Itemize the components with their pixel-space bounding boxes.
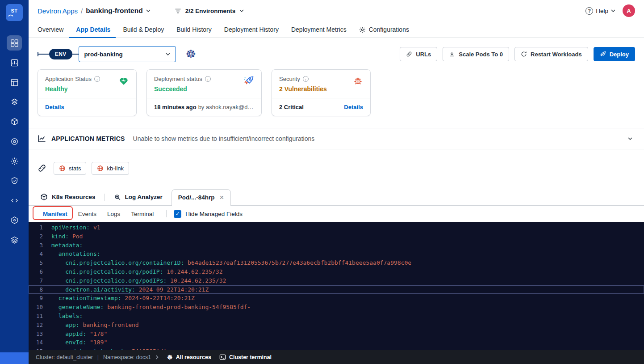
manifest-viewer[interactable]: 1apiVersion: v12kind: Pod3metadata:4 ann…	[29, 222, 644, 350]
sidebar-item-global-config[interactable]	[7, 153, 22, 169]
tab-manifest[interactable]: Manifest	[38, 206, 73, 222]
tab-k8s-resources-label: K8s Resources	[52, 194, 96, 200]
target-icon	[10, 137, 19, 146]
line-content: cni.projectcalico.org/podIPs: 10.244.62.…	[51, 276, 226, 285]
sidebar-bottom-tile[interactable]	[0, 352, 29, 364]
info-icon[interactable]: i	[303, 76, 309, 82]
cluster-name: Cluster: default_cluster	[36, 354, 93, 360]
user-avatar[interactable]: A	[623, 4, 635, 17]
info-icon[interactable]: i	[205, 76, 211, 82]
tab-terminal[interactable]: Terminal	[125, 206, 159, 222]
cluster-status-bar: Cluster: default_cluster | Namespace: do…	[29, 350, 644, 364]
manifest-line-14[interactable]: 14 envId: "189"	[29, 338, 644, 347]
restart-workloads-button-label: Restart Workloads	[531, 51, 582, 58]
globe-icon	[59, 165, 66, 172]
tab-k8s-resources[interactable]: K8s Resources	[38, 189, 98, 205]
manifest-line-4[interactable]: 4 annotations:	[29, 250, 644, 258]
manifest-line-1[interactable]: 1apiVersion: v1	[29, 223, 644, 232]
devtron-logo[interactable]: ST	[6, 4, 23, 21]
tab-app-details[interactable]: App Details	[70, 21, 117, 38]
line-number: 7	[29, 276, 43, 285]
tab-deployment-history[interactable]: Deployment History	[218, 21, 285, 38]
manifest-line-6[interactable]: 6 cni.projectcalico.org/podIP: 10.244.62…	[29, 267, 644, 276]
arrow-down-to-line-icon	[449, 51, 455, 57]
security-card: Security i 2 Vulnerabilities 2 Critical …	[272, 69, 371, 116]
line-number: 13	[29, 330, 43, 339]
sidebar-item-resource-browser[interactable]	[7, 94, 22, 110]
security-details-link[interactable]: Details	[344, 104, 363, 110]
tab-pod-84hrp[interactable]: Pod/...-84hrp ×	[171, 189, 231, 206]
sidebar-item-security[interactable]	[7, 173, 22, 188]
link-chip-kb-link[interactable]: kb-link	[92, 162, 129, 175]
sidebar-item-stack-manager[interactable]	[7, 232, 22, 247]
breadcrumb-root-link[interactable]: Devtron Apps	[38, 7, 78, 15]
environments-selector[interactable]: 2/2 Environments	[175, 8, 244, 14]
tab-overview[interactable]: Overview	[38, 21, 70, 38]
manifest-line-9[interactable]: 9 creationTimestamp: 2024-09-22T14:20:21…	[29, 294, 644, 303]
manifest-line-3[interactable]: 3metadata:	[29, 241, 644, 250]
urls-button[interactable]: URLs	[400, 47, 437, 61]
tab-log-analyzer[interactable]: Log Analyzer	[111, 189, 165, 205]
stacked-boxes-icon	[10, 98, 19, 106]
manifest-line-2[interactable]: 2kind: Pod	[29, 232, 644, 241]
tab-configurations[interactable]: Configurations	[353, 21, 415, 38]
line-number: 14	[29, 338, 43, 347]
deploy-button[interactable]: Deploy	[594, 47, 635, 61]
metrics-expand-chevron-icon[interactable]	[628, 137, 632, 140]
help-menu[interactable]: ? Help	[585, 7, 615, 15]
tab-logs[interactable]: Logs	[102, 206, 125, 222]
manifest-line-13[interactable]: 13 appId: "178"	[29, 330, 644, 339]
line-content: envId: "189"	[51, 338, 107, 347]
restart-workloads-button[interactable]: Restart Workloads	[514, 47, 588, 61]
hide-managed-fields-checkbox[interactable]: ✓	[174, 210, 181, 218]
avatar-initial: A	[627, 8, 631, 14]
sidebar-item-charts[interactable]	[7, 55, 22, 70]
sidebar-item-bulk-edit[interactable]	[7, 134, 22, 149]
devtron-app: ST	[0, 0, 644, 364]
filter-icon	[175, 8, 181, 14]
main-area: Devtron Apps / banking-frontend 2/2 Envi…	[29, 0, 644, 364]
breadcrumb-current-app: banking-frontend	[86, 7, 142, 15]
link-chip-label: kb-link	[107, 165, 124, 172]
tab-manifest-label: Manifest	[43, 211, 67, 217]
tab-separator	[166, 210, 167, 217]
urls-button-label: URLs	[416, 51, 431, 58]
security-value: 2 Vulnerabilities	[279, 85, 327, 93]
sidebar-item-chart-store[interactable]	[7, 114, 22, 129]
line-number: 12	[29, 321, 43, 330]
manifest-line-5[interactable]: 5 cni.projectcalico.org/containerID: b64…	[29, 258, 644, 267]
chart-line-icon	[38, 134, 46, 143]
chevron-right-icon[interactable]	[155, 355, 159, 360]
environment-dropdown[interactable]: prod-banking	[79, 46, 176, 62]
all-resources-button[interactable]: ☸ All resources	[167, 354, 211, 360]
security-critical-count: 2 Critical	[279, 104, 304, 110]
manifest-line-8[interactable]: 8 devtron.ai/activity: 2024-09-22T14:20:…	[29, 285, 644, 294]
manifest-line-15[interactable]: 15 pod-template-hash: 54f9585fdf	[29, 347, 644, 350]
app-switcher-chevron-icon[interactable]	[146, 9, 151, 12]
link-chip-stats[interactable]: stats	[54, 162, 86, 175]
line-content: generateName: banking-frontend-prod-bank…	[51, 303, 251, 312]
scale-pods-button[interactable]: Scale Pods To 0	[443, 47, 509, 61]
application-status-details-link[interactable]: Details	[45, 104, 64, 110]
tab-events-label: Events	[78, 211, 96, 217]
close-icon[interactable]: ×	[220, 194, 224, 201]
link-icon	[38, 164, 46, 173]
manifest-line-12[interactable]: 12 app: banking-frontend	[29, 321, 644, 330]
sidebar-item-applications[interactable]	[7, 35, 22, 51]
tab-events[interactable]: Events	[73, 206, 102, 222]
environment-actions: URLs Scale Pods To 0 Restart Workloads D…	[400, 47, 635, 61]
env-connector-line	[38, 54, 49, 55]
manifest-line-7[interactable]: 7 cni.projectcalico.org/podIPs: 10.244.6…	[29, 276, 644, 285]
cluster-terminal-button[interactable]: Cluster terminal	[219, 354, 272, 360]
sidebar-item-code[interactable]	[7, 193, 22, 208]
security-title: Security	[279, 76, 300, 82]
sidebar-item-integrations[interactable]	[7, 212, 22, 228]
tab-build-history[interactable]: Build History	[170, 21, 218, 38]
sidebar-item-app-groups[interactable]	[7, 75, 22, 90]
info-icon[interactable]: i	[94, 76, 100, 82]
breadcrumb-separator: /	[81, 7, 83, 15]
manifest-line-11[interactable]: 11 labels:	[29, 312, 644, 321]
tab-build-deploy[interactable]: Build & Deploy	[117, 21, 170, 38]
tab-deployment-metrics[interactable]: Deployment Metrics	[285, 21, 353, 38]
manifest-line-10[interactable]: 10 generateName: banking-frontend-prod-b…	[29, 303, 644, 312]
